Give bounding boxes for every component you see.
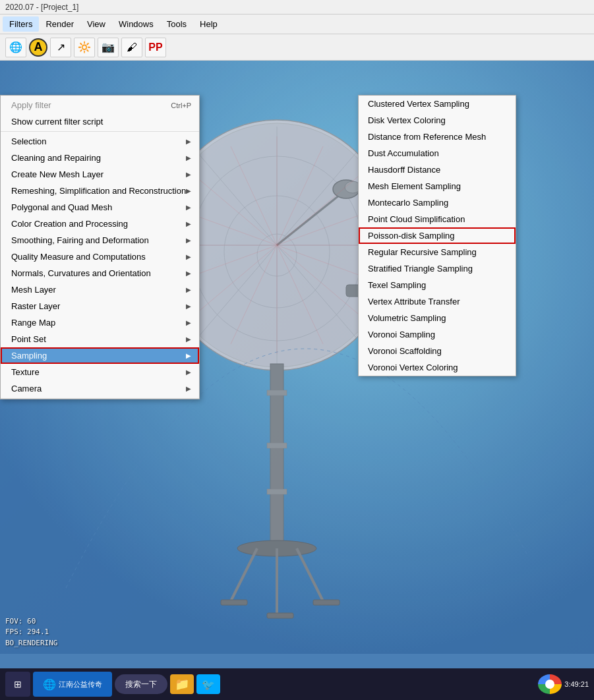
smoothing-item[interactable]: Smoothing, Fairing and Deformation ▶ [1, 232, 199, 248]
toolbar-brush[interactable]: 🖌 [121, 38, 142, 57]
menu-help[interactable]: Help [193, 16, 224, 32]
voronoi-vertex-label: Voronoi Vertex Coloring [368, 363, 458, 372]
apply-filter-shortcut: Ctrl+P [171, 102, 191, 109]
voronoi-scaffold-label: Voronoi Scaffolding [368, 346, 442, 356]
viewport-info: FOV: 60 FPS: 294.1 BO_RENDERING [5, 616, 57, 649]
stratified-triangle-item[interactable]: Stratified Triangle Sampling [359, 260, 516, 277]
title-bar: 2020.07 - [Project_1] [0, 0, 594, 15]
clustered-vertex-item[interactable]: Clustered Vertex Sampling [359, 96, 516, 112]
selection-arrow: ▶ [186, 138, 191, 145]
smoothing-label: Smoothing, Fairing and Deformation [11, 235, 149, 245]
volumetric-item[interactable]: Volumetric Sampling [359, 310, 516, 326]
svg-rect-16 [267, 443, 287, 448]
taskbar-show-desktop[interactable]: ⊞ [5, 672, 30, 697]
menu-filters[interactable]: Filters [3, 16, 39, 32]
quality-label: Quality Measure and Computations [11, 252, 146, 262]
distance-reference-label: Distance from Reference Mesh [368, 132, 486, 142]
create-mesh-item[interactable]: Create New Mesh Layer ▶ [1, 166, 199, 183]
toolbar-annotate[interactable]: A [29, 38, 47, 57]
texture-label: Texture [11, 367, 40, 377]
normals-item[interactable]: Normals, Curvatures and Orientation ▶ [1, 265, 199, 281]
voronoi-vertex-item[interactable]: Voronoi Vertex Coloring [359, 359, 516, 376]
mesh-layer-arrow: ▶ [186, 286, 191, 293]
taskbar-time: 3:49:21 [564, 680, 589, 688]
mesh-element-label: Mesh Element Sampling [368, 181, 461, 191]
range-map-arrow: ▶ [186, 319, 191, 326]
vertex-attribute-item[interactable]: Vertex Attribute Transfer [359, 293, 516, 310]
remeshing-label: Remeshing, Simplification and Reconstruc… [11, 186, 186, 196]
camera-label: Camera [11, 384, 42, 394]
point-set-item[interactable]: Point Set ▶ [1, 331, 199, 347]
dust-accumulation-label: Dust Accumulation [368, 148, 439, 158]
normals-arrow: ▶ [186, 270, 191, 277]
color-arrow: ▶ [186, 220, 191, 227]
toolbar-camera[interactable]: 📷 [98, 38, 119, 57]
vertex-attribute-label: Vertex Attribute Transfer [368, 297, 460, 306]
toolbar-lasso[interactable]: 🔆 [74, 38, 95, 57]
selection-label: Selection [11, 136, 46, 146]
range-map-item[interactable]: Range Map ▶ [1, 314, 199, 331]
menu-bar: Filters Render View Windows Tools Help [0, 15, 594, 34]
normals-label: Normals, Curvatures and Orientation [11, 268, 151, 278]
svg-rect-15 [267, 390, 287, 395]
sampling-submenu: Clustered Vertex Sampling Disk Vertex Co… [358, 95, 516, 376]
dust-accumulation-item[interactable]: Dust Accumulation [359, 145, 516, 161]
mesh-layer-item[interactable]: Mesh Layer ▶ [1, 281, 199, 298]
voronoi-item[interactable]: Voronoi Sampling [359, 326, 516, 343]
taskbar-chrome-btn[interactable] [538, 674, 562, 694]
camera-item[interactable]: Camera ▶ [1, 380, 199, 397]
raster-layer-label: Raster Layer [11, 301, 60, 311]
taskbar-folder-btn[interactable]: 📁 [170, 674, 194, 694]
disk-vertex-item[interactable]: Disk Vertex Coloring [359, 112, 516, 129]
toolbar-pp[interactable]: PP [145, 38, 166, 57]
texture-item[interactable]: Texture ▶ [1, 364, 199, 380]
hausdorff-item[interactable]: Hausdorff Distance [359, 161, 516, 178]
menu-view[interactable]: View [80, 16, 112, 32]
taskbar-ie-btn[interactable]: 🌐 江南公益传奇 [33, 672, 112, 697]
distance-reference-item[interactable]: Distance from Reference Mesh [359, 129, 516, 145]
filters-dropdown: Apply filter Ctrl+P Show current filter … [0, 95, 200, 399]
svg-rect-17 [267, 489, 287, 494]
montecarlo-label: Montecarlo Sampling [368, 198, 448, 208]
point-set-label: Point Set [11, 334, 46, 344]
voronoi-scaffold-item[interactable]: Voronoi Scaffolding [359, 343, 516, 359]
hausdorff-label: Hausdorff Distance [368, 165, 440, 175]
sampling-item[interactable]: Sampling ▶ [1, 347, 199, 364]
quality-item[interactable]: Quality Measure and Computations ▶ [1, 248, 199, 265]
texel-label: Texel Sampling [368, 280, 426, 290]
taskbar-bird-btn[interactable]: 🐦 [196, 674, 220, 694]
polygonal-arrow: ▶ [186, 204, 191, 211]
color-item[interactable]: Color Creation and Processing ▶ [1, 216, 199, 232]
title-text: 2020.07 - [Project_1] [5, 3, 78, 12]
show-script-item[interactable]: Show current filter script [1, 113, 199, 130]
menu-render[interactable]: Render [39, 16, 80, 32]
polygonal-item[interactable]: Polygonal and Quad Mesh ▶ [1, 199, 199, 216]
create-mesh-label: Create New Mesh Layer [11, 169, 104, 179]
apply-filter-item[interactable]: Apply filter Ctrl+P [1, 97, 199, 113]
render-mode-display: BO_RENDERING [5, 638, 57, 649]
point-cloud-label: Point Cloud Simplification [368, 214, 465, 224]
taskbar-search-btn[interactable]: 搜索一下 [115, 674, 167, 694]
texture-arrow: ▶ [186, 368, 191, 376]
toolbar-globe[interactable]: 🌐 [5, 38, 26, 57]
filters-top-section: Apply filter Ctrl+P Show current filter … [1, 96, 199, 132]
regular-recursive-item[interactable]: Regular Recursive Sampling [359, 244, 516, 260]
cleaning-label: Cleaning and Repairing [11, 153, 101, 163]
disk-vertex-label: Disk Vertex Coloring [368, 115, 446, 125]
fps-display: FPS: 294.1 [5, 627, 57, 638]
smoothing-arrow: ▶ [186, 237, 191, 244]
search-label: 搜索一下 [125, 679, 157, 690]
mesh-element-item[interactable]: Mesh Element Sampling [359, 178, 516, 194]
remeshing-item[interactable]: Remeshing, Simplification and Reconstruc… [1, 183, 199, 199]
svg-rect-27 [313, 600, 340, 605]
raster-layer-item[interactable]: Raster Layer ▶ [1, 298, 199, 314]
cleaning-item[interactable]: Cleaning and Repairing ▶ [1, 150, 199, 166]
montecarlo-item[interactable]: Montecarlo Sampling [359, 194, 516, 211]
poisson-disk-item[interactable]: Poisson-disk Sampling [359, 227, 516, 244]
selection-item[interactable]: Selection ▶ [1, 133, 199, 150]
toolbar-arrow[interactable]: ↗ [50, 38, 71, 57]
texel-item[interactable]: Texel Sampling [359, 277, 516, 293]
menu-windows[interactable]: Windows [112, 16, 160, 32]
menu-tools[interactable]: Tools [160, 16, 193, 32]
point-cloud-item[interactable]: Point Cloud Simplification [359, 211, 516, 227]
